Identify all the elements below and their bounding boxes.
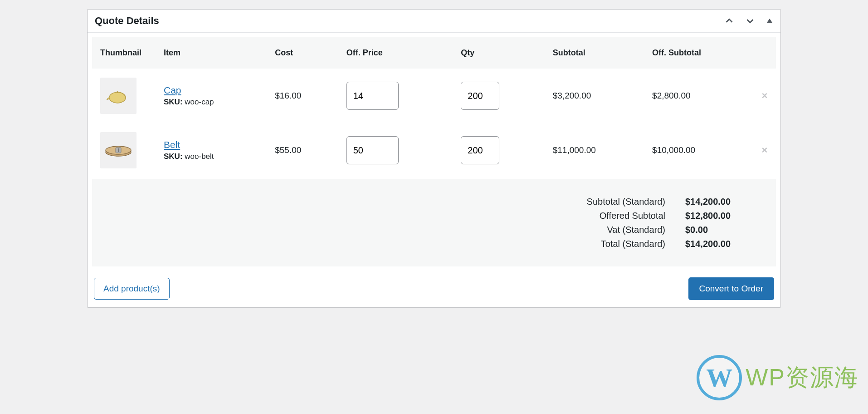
off-price-input[interactable] [346,136,399,164]
totals-value: $0.00 [685,225,758,235]
off-price-input[interactable] [346,82,399,110]
totals-value: $12,800.00 [685,211,758,221]
totals-row-offered: Offered Subtotal $12,800.00 [110,211,758,221]
product-name-link[interactable]: Cap [164,85,181,95]
product-thumbnail [100,132,137,168]
product-sku: SKU: woo-belt [164,152,258,161]
cost-value: $55.00 [267,123,338,177]
quote-details-panel: Quote Details Thumbnail Item Cost Off. P… [87,9,781,308]
totals-section: Subtotal (Standard) $14,200.00 Offered S… [92,179,776,266]
panel-header: Quote Details [88,10,780,33]
totals-row-total: Total (Standard) $14,200.00 [110,239,758,249]
table-row: Belt SKU: woo-belt $55.00 $11,000.00 $10… [92,123,776,177]
subtotal-value: $11,000.00 [545,123,644,177]
sku-label: SKU: [164,152,183,161]
product-name-link[interactable]: Belt [164,139,180,150]
panel-controls [724,16,773,26]
cap-icon [106,87,131,105]
col-cost: Cost [267,37,338,69]
col-subtotal: Subtotal [545,37,644,69]
panel-title: Quote Details [95,15,159,27]
quote-items-table: Thumbnail Item Cost Off. Price Qty Subto… [92,37,776,177]
add-products-button[interactable]: Add product(s) [94,278,170,300]
chevron-down-icon[interactable] [745,16,755,26]
totals-row-vat: Vat (Standard) $0.00 [110,225,758,235]
col-off-price: Off. Price [338,37,453,69]
convert-to-order-button[interactable]: Convert to Order [688,277,775,300]
table-row: Cap SKU: woo-cap $16.00 $3,200.00 $2,800… [92,69,776,123]
cost-value: $16.00 [267,69,338,123]
sku-label: SKU: [164,98,183,106]
totals-label: Vat (Standard) [607,225,665,235]
totals-row-subtotal: Subtotal (Standard) $14,200.00 [110,197,758,207]
product-sku: SKU: woo-cap [164,98,258,107]
col-thumbnail: Thumbnail [92,37,156,69]
totals-label: Total (Standard) [601,239,665,249]
col-qty: Qty [453,37,544,69]
remove-row-icon[interactable]: × [762,144,768,156]
sku-value: woo-cap [185,98,214,106]
svg-marker-0 [767,19,772,23]
totals-value: $14,200.00 [685,239,758,249]
off-subtotal-value: $10,000.00 [644,123,753,177]
off-subtotal-value: $2,800.00 [644,69,753,123]
sku-value: woo-belt [185,152,214,161]
col-off-subtotal: Off. Subtotal [644,37,753,69]
collapse-triangle-icon[interactable] [766,17,773,25]
qty-input[interactable] [461,82,499,110]
belt-icon [104,142,133,158]
totals-label: Subtotal (Standard) [587,197,665,207]
chevron-up-icon[interactable] [724,16,734,26]
subtotal-value: $3,200.00 [545,69,644,123]
remove-row-icon[interactable]: × [762,90,768,101]
totals-value: $14,200.00 [685,197,758,207]
product-thumbnail [100,78,137,114]
svg-point-2 [117,91,118,93]
qty-input[interactable] [461,136,499,164]
col-item: Item [156,37,267,69]
panel-body: Thumbnail Item Cost Off. Price Qty Subto… [88,33,780,307]
col-remove [753,37,776,69]
totals-label: Offered Subtotal [600,211,665,221]
actions-bar: Add product(s) Convert to Order [92,277,776,300]
